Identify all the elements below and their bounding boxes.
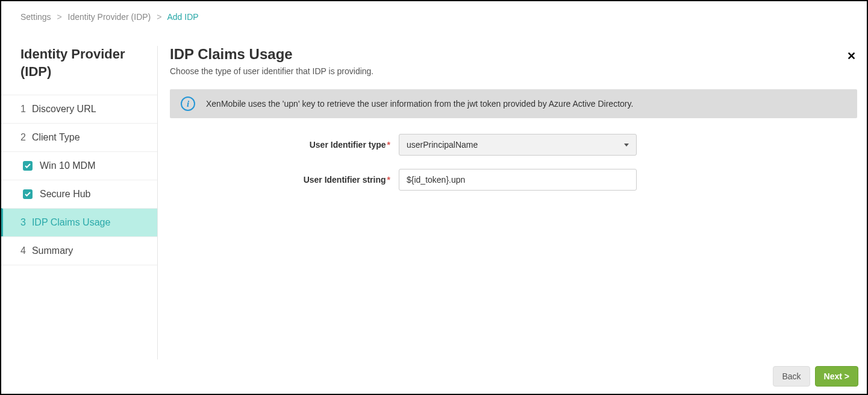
checkbox-checked-icon xyxy=(23,189,33,199)
info-icon: i xyxy=(181,96,195,111)
breadcrumb-separator: > xyxy=(157,12,161,22)
step-number: 3 xyxy=(20,217,26,228)
info-text: XenMobile uses the 'upn' key to retrieve… xyxy=(206,99,633,109)
breadcrumb: Settings > Identity Provider (IDP) > Add… xyxy=(1,1,867,22)
chevron-down-icon xyxy=(624,144,629,147)
required-asterisk: * xyxy=(387,140,390,150)
step-label: Discovery URL xyxy=(32,104,96,115)
user-identifier-type-label: User Identifier type* xyxy=(170,140,399,150)
step-number: 1 xyxy=(20,104,26,115)
form-row-user-identifier-string: User Identifier string* xyxy=(170,169,857,191)
user-identifier-string-label: User Identifier string* xyxy=(170,175,399,185)
form-row-user-identifier-type: User Identifier type* userPrincipalName xyxy=(170,134,857,156)
breadcrumb-separator: > xyxy=(57,12,61,22)
step-number: 2 xyxy=(20,132,26,143)
wizard-sidebar: Identity Provider (IDP) 1 Discovery URL … xyxy=(1,46,158,359)
select-value: userPrincipalName xyxy=(407,140,478,150)
step-idp-claims-usage[interactable]: 3 IDP Claims Usage xyxy=(1,208,157,236)
info-banner: i XenMobile uses the 'upn' key to retrie… xyxy=(170,89,857,118)
step-label: Summary xyxy=(32,245,73,256)
user-identifier-string-input[interactable] xyxy=(399,169,637,191)
main-content: ✕ IDP Claims Usage Choose the type of us… xyxy=(158,46,867,366)
step-label: IDP Claims Usage xyxy=(32,217,110,228)
step-label: Win 10 MDM xyxy=(40,160,95,171)
required-asterisk: * xyxy=(387,175,390,185)
step-win10-mdm[interactable]: Win 10 MDM xyxy=(1,151,157,180)
page-title: IDP Claims Usage xyxy=(170,46,857,63)
breadcrumb-settings[interactable]: Settings xyxy=(20,12,51,22)
breadcrumb-idp[interactable]: Identity Provider (IDP) xyxy=(68,12,151,22)
breadcrumb-current: Add IDP xyxy=(167,12,198,22)
step-label: Client Type xyxy=(32,132,80,143)
next-button[interactable]: Next > xyxy=(815,366,858,387)
sidebar-title: Identity Provider (IDP) xyxy=(1,46,157,95)
step-label: Secure Hub xyxy=(40,189,91,200)
user-identifier-type-select[interactable]: userPrincipalName xyxy=(399,134,637,156)
page-subtitle: Choose the type of user identifier that … xyxy=(170,66,857,76)
wizard-steps: 1 Discovery URL 2 Client Type Win 10 MDM… xyxy=(1,95,157,265)
wizard-footer: Back Next > xyxy=(773,366,858,387)
back-button[interactable]: Back xyxy=(773,366,810,387)
step-client-type[interactable]: 2 Client Type xyxy=(1,123,157,151)
step-secure-hub[interactable]: Secure Hub xyxy=(1,180,157,208)
step-number: 4 xyxy=(20,245,26,256)
checkbox-checked-icon xyxy=(23,161,33,171)
step-summary[interactable]: 4 Summary xyxy=(1,236,157,265)
close-icon[interactable]: ✕ xyxy=(847,49,856,63)
step-discovery-url[interactable]: 1 Discovery URL xyxy=(1,95,157,123)
